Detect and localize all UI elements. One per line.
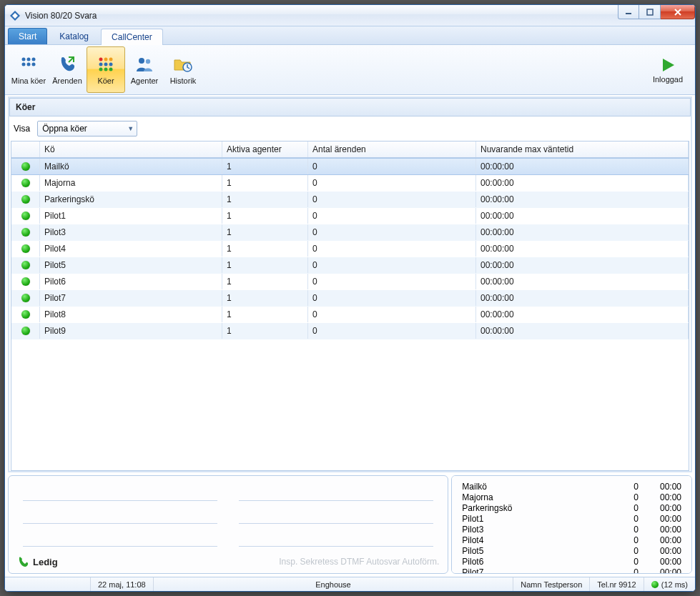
call-disabled-options: Insp. Sekretess DTMF Autosvar Autoförm. [279, 557, 439, 567]
status-cell [11, 257, 40, 273]
agents-cell: 1 [222, 192, 308, 207]
queue-name-cell: Pilot6 [40, 274, 222, 289]
ribbon-label: Inloggad [653, 75, 683, 84]
q-time: 00:00 [639, 546, 681, 557]
ribbon-label: Ärenden [52, 76, 82, 85]
q-time: 00:00 [639, 514, 681, 525]
q-name: Pilot5 [462, 546, 610, 557]
q-time: 00:00 [639, 525, 681, 535]
q-name: Pilot4 [462, 535, 610, 546]
status-cell [11, 159, 40, 174]
table-row[interactable]: Parkeringskö1000:00:00 [11, 192, 689, 208]
status-cell [11, 192, 40, 207]
agents-cell: 1 [222, 307, 308, 322]
status-dot-icon [21, 228, 30, 237]
queue-summary-row[interactable]: Pilot4000:00 [460, 535, 683, 546]
chevron-down-icon: ▼ [127, 125, 134, 132]
call-slot [23, 537, 217, 547]
maximize-button[interactable] [639, 5, 661, 19]
statusbar: 22 maj, 11:08 Enghouse Namn Testperson T… [5, 577, 695, 591]
queue-summary-row[interactable]: Pilot5000:00 [460, 546, 683, 557]
svg-point-8 [27, 63, 31, 66]
tab-callcenter[interactable]: CallCenter [101, 29, 163, 45]
svg-point-20 [146, 59, 150, 64]
table-row[interactable]: Pilot81000:00:00 [11, 307, 689, 323]
wait-cell: 00:00:00 [476, 307, 689, 322]
svg-point-17 [104, 68, 108, 71]
ribbon-historik[interactable]: Historik [164, 46, 202, 93]
q-name: Parkeringskö [462, 503, 610, 514]
cases-cell: 0 [308, 274, 476, 289]
cases-cell: 0 [308, 192, 476, 207]
visa-combo[interactable]: Öppna köer ▼ [37, 121, 137, 136]
status-cell [11, 290, 40, 306]
q-name: Pilot6 [462, 557, 610, 567]
ribbon-mina-koer[interactable]: Mina köer [9, 46, 48, 93]
cases-cell: 0 [308, 224, 476, 240]
table-row[interactable]: Pilot31000:00:00 [11, 224, 689, 241]
queue-summary-row[interactable]: Pilot1000:00 [460, 514, 683, 525]
col-ko-header[interactable]: Kö [40, 141, 222, 157]
ribbon-label: Mina köer [11, 76, 46, 85]
table-row[interactable]: Majorna1000:00:00 [11, 175, 689, 192]
queue-summary-row[interactable]: Pilot6000:00 [460, 557, 683, 567]
status-dot-icon [21, 244, 30, 253]
queue-summary-row[interactable]: Parkeringskö000:00 [460, 503, 683, 514]
table-row[interactable]: Pilot71000:00:00 [11, 290, 689, 307]
status-cell [11, 307, 40, 322]
ribbon: Mina köer Ärenden Köer [5, 45, 695, 95]
table-row[interactable]: Mailkö1000:00:00 [11, 158, 689, 175]
sb-ping: (12 ms) [644, 577, 695, 591]
svg-rect-2 [626, 13, 631, 14]
queue-summary-row[interactable]: Pilot7000:00 [460, 567, 683, 574]
table-row[interactable]: Pilot91000:00:00 [11, 323, 689, 339]
queue-summary-row[interactable]: Pilot3000:00 [460, 525, 683, 535]
grid-body[interactable]: Mailkö1000:00:00Majorna1000:00:00Parkeri… [11, 158, 689, 470]
minimize-button[interactable] [618, 5, 639, 19]
ribbon-arenden[interactable]: Ärenden [48, 46, 87, 93]
col-status-header[interactable] [11, 141, 40, 157]
wait-cell: 00:00:00 [476, 274, 689, 289]
tab-katalog[interactable]: Katalog [49, 28, 99, 44]
status-dot-icon [21, 327, 30, 335]
q-count: 0 [610, 482, 639, 492]
q-name: Pilot3 [462, 525, 610, 535]
q-time: 00:00 [639, 492, 681, 503]
q-time: 00:00 [639, 557, 681, 567]
titlebar[interactable]: Vision 80/20 Svara [5, 5, 695, 26]
visa-label: Visa [14, 124, 30, 134]
ribbon-login-status[interactable]: Inloggad [646, 45, 689, 94]
svg-point-15 [109, 63, 113, 66]
call-slot [23, 514, 217, 524]
wait-cell: 00:00:00 [476, 208, 689, 224]
queue-summary-panel[interactable]: Mailkö000:00Majorna000:00Parkeringskö000… [451, 475, 692, 574]
wait-cell: 00:00:00 [476, 175, 689, 191]
close-button[interactable] [661, 5, 695, 19]
queue-summary-row[interactable]: Mailkö000:00 [460, 482, 683, 492]
table-row[interactable]: Pilot61000:00:00 [11, 274, 689, 290]
col-wait-header[interactable]: Nuvarande max väntetid [476, 141, 689, 157]
grid-header: Kö Aktiva agenter Antal ärenden Nuvarand… [11, 141, 689, 158]
wait-cell: 00:00:00 [476, 257, 689, 273]
call-panel: Ledig Insp. Sekretess DTMF Autosvar Auto… [8, 475, 448, 574]
col-agents-header[interactable]: Aktiva agenter [222, 141, 308, 157]
table-row[interactable]: Pilot51000:00:00 [11, 257, 689, 274]
q-name: Pilot1 [462, 514, 610, 525]
grid-dots-color-icon [96, 54, 116, 74]
status-cell [11, 241, 40, 257]
table-row[interactable]: Pilot41000:00:00 [11, 241, 689, 257]
queue-name-cell: Parkeringskö [40, 192, 222, 207]
call-slot [23, 491, 217, 501]
queue-summary-row[interactable]: Majorna000:00 [460, 492, 683, 503]
q-time: 00:00 [639, 482, 681, 492]
tab-start[interactable]: Start [8, 28, 47, 44]
ribbon-label: Köer [97, 76, 114, 85]
ribbon-agenter[interactable]: Agenter [125, 46, 164, 93]
ribbon-koer[interactable]: Köer [87, 46, 125, 93]
table-row[interactable]: Pilot11000:00:00 [11, 208, 689, 224]
wait-cell: 00:00:00 [476, 290, 689, 306]
col-cases-header[interactable]: Antal ärenden [308, 141, 476, 157]
cases-cell: 0 [308, 159, 476, 174]
call-lines [17, 482, 439, 556]
q-time: 00:00 [639, 567, 681, 574]
